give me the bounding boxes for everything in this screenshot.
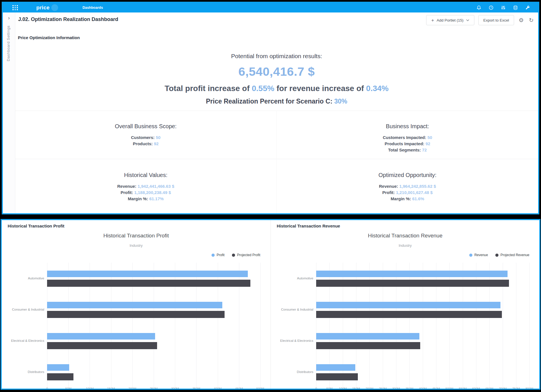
bar-projected-profit-automotive[interactable] bbox=[47, 280, 250, 287]
potential-value: 6,540,416.7 $ bbox=[15, 65, 538, 79]
collapse-chevron-icon[interactable]: › bbox=[8, 15, 10, 21]
historical-values-title: Historical Values: bbox=[15, 172, 276, 178]
bar-projected-revenue-consumer-industrial[interactable] bbox=[316, 311, 502, 318]
chart-row-automotive: Automotive bbox=[47, 263, 260, 294]
bar-projected-revenue-distributors[interactable] bbox=[316, 373, 358, 380]
x-axis: 050M100M150M200M250M300M350M400M450M500M bbox=[47, 387, 260, 389]
chart-row-automotive: Automotive bbox=[316, 263, 529, 294]
stat-historical-profit: Profit: 1,188,200,238.49 $ bbox=[15, 190, 276, 195]
legend-label: Projected Revenue bbox=[500, 253, 529, 257]
bar-projected-revenue-automotive[interactable] bbox=[316, 280, 509, 287]
chart-subtitle: Industry bbox=[2, 243, 270, 248]
legend-dot-revenue bbox=[469, 254, 472, 257]
export-to-excel-button[interactable]: Export to Excel bbox=[478, 15, 514, 25]
legend-dot-profit bbox=[212, 254, 215, 257]
increase-line: Total profit increase of 0.55% for reven… bbox=[15, 84, 538, 93]
legend-label: Revenue bbox=[474, 253, 488, 257]
bar-revenue-consumer-industrial[interactable] bbox=[316, 302, 500, 308]
chart-title: Historical Transaction Revenue bbox=[271, 233, 540, 239]
x-axis-tick-label: 500M bbox=[445, 387, 453, 389]
chart-row-consumer-industrial: Consumer & Industrial bbox=[316, 294, 529, 325]
x-axis-tick-label: 650M bbox=[485, 387, 493, 389]
x-axis-tick-label: 750M bbox=[512, 387, 520, 389]
bar-profit-consumer-industrial[interactable] bbox=[47, 302, 222, 308]
legend-item-projected-revenue[interactable]: Projected Revenue bbox=[495, 253, 529, 257]
chart-row-distributors: Distributors bbox=[47, 356, 260, 387]
help-icon[interactable]: ? bbox=[489, 5, 494, 10]
x-axis-tick-label: 300M bbox=[171, 387, 179, 389]
legend-item-profit[interactable]: Profit bbox=[212, 253, 225, 257]
x-axis-tick-label: 0 bbox=[46, 387, 48, 389]
tools-icon[interactable] bbox=[525, 5, 530, 10]
charts-panel: Historical Transaction Profit Historical… bbox=[1, 219, 540, 390]
refresh-icon[interactable]: ↻ bbox=[528, 17, 534, 23]
price-logo[interactable]: price bbox=[36, 5, 50, 11]
bar-projected-revenue-electrical-electronics[interactable] bbox=[316, 342, 420, 349]
x-axis: 050M100M150M200M250M300M350M400M450M500M… bbox=[316, 387, 529, 389]
chart-row-electrical-electronics: Electrical & Electronics bbox=[316, 325, 529, 356]
category-label-automotive: Automotive bbox=[297, 277, 313, 280]
page: price Dashboards ? bbox=[0, 0, 541, 392]
datamart-icon[interactable] bbox=[513, 5, 518, 10]
portlet-title-price-optimization: Price Optimization Information bbox=[18, 35, 80, 40]
stat-customers-impacted: Customers Impacted: 50 bbox=[277, 135, 538, 140]
bar-revenue-automotive[interactable] bbox=[316, 271, 508, 277]
legend-label: Profit bbox=[217, 253, 225, 257]
app-launcher-icon[interactable] bbox=[12, 5, 18, 10]
legend-label: Projected Profit bbox=[237, 253, 260, 257]
gridline bbox=[260, 263, 261, 387]
business-impact-title: Business Impact: bbox=[277, 123, 538, 130]
chart-title: Historical Transaction Profit bbox=[2, 233, 270, 239]
x-axis-tick-label: 150M bbox=[107, 387, 115, 389]
optimized-opportunity-title: Optimized Opportunity: bbox=[277, 172, 538, 178]
chart-plot-area: AutomotiveConsumer & IndustrialElectrica… bbox=[316, 263, 529, 387]
category-label-distributors: Distributors bbox=[28, 370, 44, 374]
header-actions: + Add Portlet (15) Export to Excel ⚙ ↻ bbox=[426, 15, 534, 25]
x-axis-tick-label: 600M bbox=[472, 387, 480, 389]
realization-pct: 30% bbox=[334, 98, 347, 105]
x-axis-tick-label: 400M bbox=[214, 387, 222, 389]
x-axis-tick-label: 200M bbox=[365, 387, 373, 389]
bar-projected-profit-consumer-industrial[interactable] bbox=[47, 311, 225, 318]
category-label-automotive: Automotive bbox=[28, 277, 44, 280]
revenue-increase-pct: 0.34% bbox=[366, 84, 388, 93]
export-label: Export to Excel bbox=[483, 18, 509, 22]
stat-optimized-profit: Profit: 1,210,001,627.48 $ bbox=[277, 190, 538, 195]
x-axis-tick-label: 800M bbox=[525, 387, 533, 389]
chart-subtitle: Industry bbox=[271, 243, 540, 248]
x-axis-tick-label: 350M bbox=[405, 387, 413, 389]
portlet-historical-transaction-profit: Historical Transaction Profit Historical… bbox=[2, 220, 270, 389]
business-scope-title: Overall Business Scope: bbox=[15, 123, 276, 130]
x-axis-tick-label: 450M bbox=[235, 387, 243, 389]
bar-profit-electrical-electronics[interactable] bbox=[47, 333, 155, 340]
x-axis-tick-label: 50M bbox=[65, 387, 71, 389]
dashboard-settings-gear-icon[interactable]: ⚙ bbox=[518, 17, 524, 23]
gridline bbox=[529, 263, 530, 387]
plus-icon: + bbox=[431, 18, 434, 23]
notifications-icon[interactable] bbox=[476, 5, 481, 10]
bar-revenue-distributors[interactable] bbox=[316, 364, 355, 371]
x-axis-tick-label: 500M bbox=[256, 387, 264, 389]
legend-dot-projected-profit bbox=[232, 254, 235, 257]
sidebar-label-dashboard-settings[interactable]: Dashboard Settings bbox=[6, 26, 10, 61]
bar-projected-profit-distributors[interactable] bbox=[47, 373, 73, 380]
legend-item-revenue[interactable]: Revenue bbox=[469, 253, 488, 257]
settings-sliders-icon[interactable] bbox=[501, 5, 506, 10]
category-label-distributors: Distributors bbox=[297, 370, 313, 374]
x-axis-tick-label: 100M bbox=[86, 387, 94, 389]
chevron-down-icon bbox=[466, 19, 469, 21]
bar-profit-automotive[interactable] bbox=[47, 271, 248, 277]
legend-dot-projected-revenue bbox=[495, 254, 498, 257]
portlet-historical-transaction-revenue: Historical Transaction Revenue Historica… bbox=[270, 220, 540, 389]
add-portlet-button[interactable]: + Add Portlet (15) bbox=[426, 15, 474, 25]
potential-label: Potential from optimization results: bbox=[15, 53, 538, 60]
bar-projected-profit-electrical-electronics[interactable] bbox=[47, 342, 157, 349]
bar-revenue-electrical-electronics[interactable] bbox=[316, 333, 419, 340]
bar-profit-distributors[interactable] bbox=[47, 364, 69, 371]
portlet-header: Historical Transaction Revenue bbox=[277, 224, 340, 228]
legend-item-projected-profit[interactable]: Projected Profit bbox=[232, 253, 260, 257]
x-axis-tick-label: 700M bbox=[499, 387, 507, 389]
page-title: J.02. Optimization Realization Dashboard bbox=[18, 16, 118, 22]
x-axis-tick-label: 0 bbox=[315, 387, 317, 389]
nav-dashboards[interactable]: Dashboards bbox=[83, 6, 103, 10]
